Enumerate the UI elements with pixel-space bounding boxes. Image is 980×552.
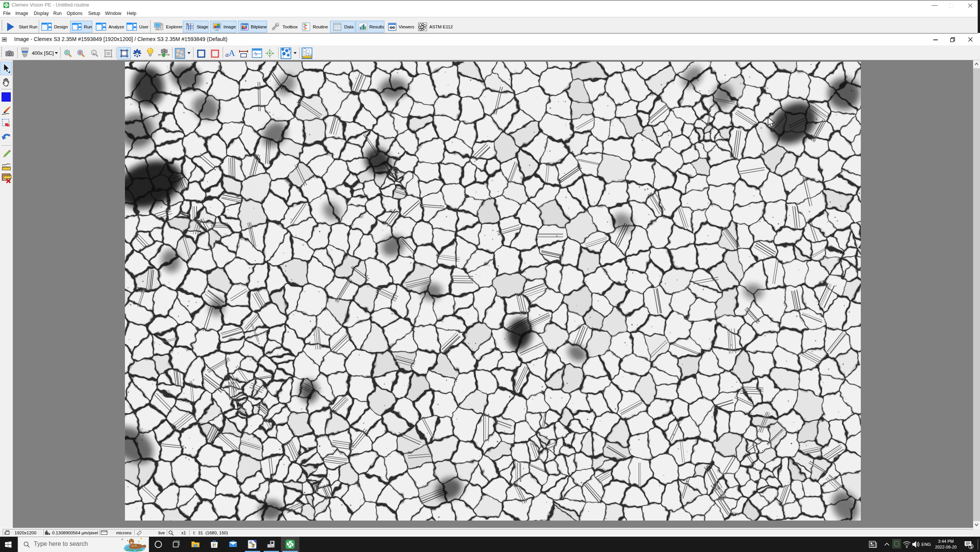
svg-text:2: 2 xyxy=(252,543,254,549)
svg-text:A: A xyxy=(228,48,235,58)
svg-text:1: 1 xyxy=(970,545,972,549)
